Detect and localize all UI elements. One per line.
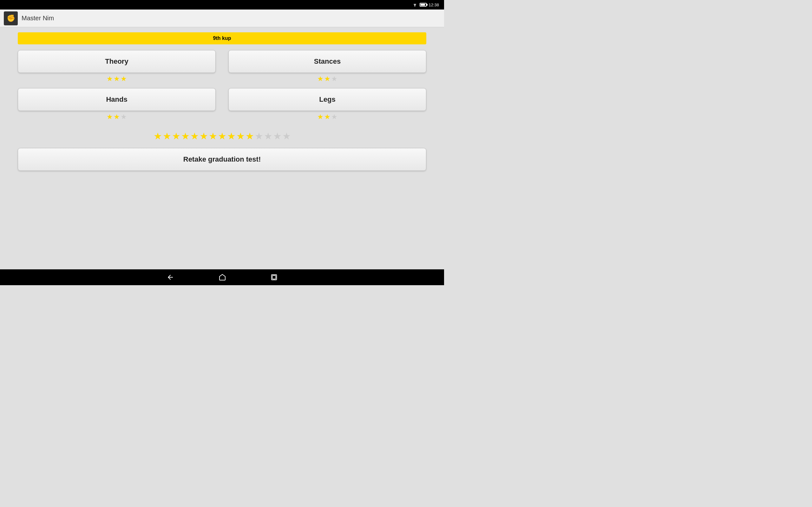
stances-label: Stances: [314, 57, 341, 65]
recents-button[interactable]: [270, 274, 277, 281]
stances-star-3: ★: [331, 75, 338, 83]
overall-star-6: ★: [200, 130, 208, 142]
stances-stars: ★ ★ ★: [317, 75, 338, 83]
overall-star-8: ★: [218, 130, 226, 142]
svg-rect-2: [272, 276, 276, 279]
wifi-icon: [412, 3, 418, 7]
home-button[interactable]: [218, 274, 226, 281]
legs-stars: ★ ★ ★: [317, 113, 338, 121]
battery-icon: [420, 3, 426, 7]
retake-label: Retake graduation test!: [183, 155, 261, 163]
stances-star-1: ★: [317, 75, 323, 83]
overall-star-14: ★: [273, 130, 282, 142]
status-time: 12:38: [428, 3, 439, 7]
overall-star-5: ★: [190, 130, 199, 142]
stances-button[interactable]: Stances: [229, 50, 426, 73]
overall-star-13: ★: [264, 130, 272, 142]
legs-star-1: ★: [317, 113, 323, 121]
theory-stars: ★ ★ ★: [107, 75, 127, 83]
legs-button[interactable]: Legs: [229, 88, 426, 111]
hands-cell: Hands ★ ★ ★: [18, 88, 216, 121]
app-icon: ✊: [4, 11, 18, 25]
main-content: 9th kup Theory ★ ★ ★ Stances ★ ★ ★: [0, 27, 444, 269]
retake-button[interactable]: Retake graduation test!: [18, 148, 426, 171]
home-icon: [218, 274, 226, 281]
recents-icon: [270, 274, 277, 281]
overall-star-11: ★: [246, 130, 254, 142]
legs-star-2: ★: [324, 113, 331, 121]
overall-stars: ★ ★ ★ ★ ★ ★ ★ ★ ★ ★ ★ ★ ★ ★ ★: [154, 130, 291, 142]
theory-label: Theory: [105, 57, 128, 65]
theory-button[interactable]: Theory: [18, 50, 216, 73]
back-button[interactable]: [166, 274, 174, 281]
overall-star-15: ★: [282, 130, 291, 142]
stances-cell: Stances ★ ★ ★: [229, 50, 426, 83]
overall-section: ★ ★ ★ ★ ★ ★ ★ ★ ★ ★ ★ ★ ★ ★ ★: [18, 130, 426, 142]
overall-star-9: ★: [227, 130, 236, 142]
legs-cell: Legs ★ ★ ★: [229, 88, 426, 121]
overall-star-1: ★: [154, 130, 162, 142]
overall-star-7: ★: [209, 130, 217, 142]
status-bar: 12:38: [0, 0, 444, 9]
hands-star-2: ★: [113, 113, 120, 121]
app-bar: ✊ Master Nim: [0, 9, 444, 27]
back-icon: [166, 274, 174, 281]
theory-star-2: ★: [113, 75, 120, 83]
hands-star-3: ★: [120, 113, 127, 121]
theory-star-3: ★: [120, 75, 127, 83]
legs-label: Legs: [319, 95, 335, 103]
hands-button[interactable]: Hands: [18, 88, 216, 111]
overall-star-10: ★: [236, 130, 245, 142]
stances-star-2: ★: [324, 75, 331, 83]
theory-star-1: ★: [107, 75, 113, 83]
overall-star-3: ★: [172, 130, 181, 142]
hands-stars: ★ ★ ★: [107, 113, 127, 121]
overall-star-12: ★: [255, 130, 263, 142]
category-grid: Theory ★ ★ ★ Stances ★ ★ ★ Hands: [18, 50, 426, 121]
overall-star-2: ★: [163, 130, 171, 142]
hands-label: Hands: [106, 95, 127, 103]
app-title: Master Nim: [21, 14, 54, 22]
legs-star-3: ★: [331, 113, 338, 121]
overall-star-4: ★: [181, 130, 190, 142]
theory-cell: Theory ★ ★ ★: [18, 50, 216, 83]
fist-icon: ✊: [7, 14, 15, 22]
svg-point-0: [415, 6, 415, 7]
status-icons: 12:38: [412, 3, 439, 7]
hands-star-1: ★: [107, 113, 113, 121]
bottom-nav: [0, 269, 444, 285]
kup-label: 9th kup: [213, 36, 231, 41]
kup-banner: 9th kup: [18, 32, 426, 44]
